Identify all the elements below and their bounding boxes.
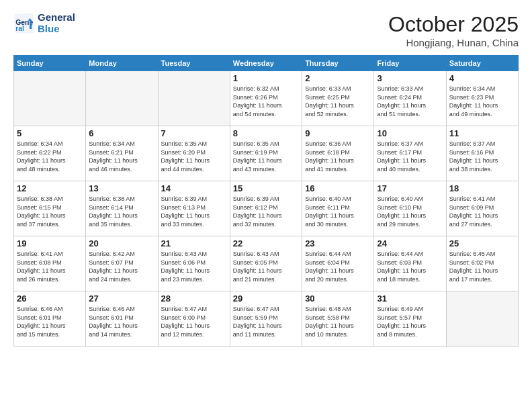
day-number: 24 bbox=[377, 238, 443, 248]
day-number: 21 bbox=[161, 238, 227, 248]
calendar-cell: 3Sunrise: 6:33 AM Sunset: 6:24 PM Daylig… bbox=[374, 71, 446, 126]
cell-info: Sunrise: 6:47 AM Sunset: 5:59 PM Dayligh… bbox=[233, 305, 299, 338]
cell-info: Sunrise: 6:43 AM Sunset: 6:05 PM Dayligh… bbox=[233, 250, 299, 283]
cell-info: Sunrise: 6:39 AM Sunset: 6:13 PM Dayligh… bbox=[161, 195, 227, 228]
day-number: 7 bbox=[161, 128, 227, 138]
calendar-cell: 26Sunrise: 6:46 AM Sunset: 6:01 PM Dayli… bbox=[14, 291, 86, 347]
day-number: 8 bbox=[233, 128, 299, 138]
page: Gene ral General Blue October 2025 Hongj… bbox=[0, 0, 532, 411]
day-header-thursday: Thursday bbox=[302, 56, 374, 71]
location: Hongjiang, Hunan, China bbox=[388, 37, 519, 48]
day-header-sunday: Sunday bbox=[14, 56, 86, 71]
day-number: 22 bbox=[233, 238, 299, 248]
cell-info: Sunrise: 6:47 AM Sunset: 6:00 PM Dayligh… bbox=[161, 305, 227, 338]
logo-line2: Blue bbox=[38, 24, 75, 35]
cell-info: Sunrise: 6:33 AM Sunset: 6:24 PM Dayligh… bbox=[377, 85, 443, 118]
calendar-cell: 6Sunrise: 6:34 AM Sunset: 6:21 PM Daylig… bbox=[86, 126, 158, 181]
calendar-cell bbox=[158, 71, 230, 126]
day-number: 30 bbox=[305, 293, 371, 304]
calendar-cell bbox=[86, 71, 158, 126]
calendar-cell: 12Sunrise: 6:38 AM Sunset: 6:15 PM Dayli… bbox=[14, 181, 86, 236]
calendar-cell: 13Sunrise: 6:38 AM Sunset: 6:14 PM Dayli… bbox=[86, 181, 158, 236]
day-header-wednesday: Wednesday bbox=[230, 56, 302, 71]
calendar-cell: 10Sunrise: 6:37 AM Sunset: 6:17 PM Dayli… bbox=[374, 126, 446, 181]
calendar-cell: 20Sunrise: 6:42 AM Sunset: 6:07 PM Dayli… bbox=[86, 236, 158, 291]
day-number: 6 bbox=[89, 128, 154, 138]
day-number: 31 bbox=[377, 293, 443, 304]
cell-info: Sunrise: 6:48 AM Sunset: 5:58 PM Dayligh… bbox=[305, 305, 371, 338]
cell-info: Sunrise: 6:49 AM Sunset: 5:57 PM Dayligh… bbox=[377, 305, 443, 338]
day-number: 20 bbox=[89, 238, 154, 248]
cell-info: Sunrise: 6:45 AM Sunset: 6:02 PM Dayligh… bbox=[449, 250, 515, 283]
day-number: 1 bbox=[233, 73, 299, 83]
cell-info: Sunrise: 6:34 AM Sunset: 6:21 PM Dayligh… bbox=[89, 140, 154, 173]
calendar-cell: 28Sunrise: 6:47 AM Sunset: 6:00 PM Dayli… bbox=[158, 291, 230, 347]
cell-info: Sunrise: 6:32 AM Sunset: 6:26 PM Dayligh… bbox=[233, 85, 299, 118]
day-header-friday: Friday bbox=[374, 56, 446, 71]
day-number: 11 bbox=[449, 128, 515, 138]
day-number: 16 bbox=[305, 183, 371, 193]
day-number: 23 bbox=[305, 238, 371, 248]
cell-info: Sunrise: 6:34 AM Sunset: 6:22 PM Dayligh… bbox=[17, 140, 83, 173]
day-number: 2 bbox=[305, 73, 371, 83]
calendar-cell: 5Sunrise: 6:34 AM Sunset: 6:22 PM Daylig… bbox=[14, 126, 86, 181]
calendar-cell bbox=[14, 71, 86, 126]
calendar-cell: 2Sunrise: 6:33 AM Sunset: 6:25 PM Daylig… bbox=[302, 71, 374, 126]
day-header-saturday: Saturday bbox=[446, 56, 518, 71]
cell-info: Sunrise: 6:40 AM Sunset: 6:11 PM Dayligh… bbox=[305, 195, 371, 228]
cell-info: Sunrise: 6:38 AM Sunset: 6:14 PM Dayligh… bbox=[89, 195, 154, 228]
cell-info: Sunrise: 6:33 AM Sunset: 6:25 PM Dayligh… bbox=[305, 85, 371, 118]
day-header-tuesday: Tuesday bbox=[158, 56, 230, 71]
day-number: 12 bbox=[17, 183, 83, 193]
calendar-cell: 21Sunrise: 6:43 AM Sunset: 6:06 PM Dayli… bbox=[158, 236, 230, 291]
day-number: 13 bbox=[89, 183, 154, 193]
day-number: 10 bbox=[377, 128, 443, 138]
calendar-cell: 9Sunrise: 6:36 AM Sunset: 6:18 PM Daylig… bbox=[302, 126, 374, 181]
day-number: 25 bbox=[449, 238, 515, 248]
day-number: 14 bbox=[161, 183, 227, 193]
calendar-cell: 14Sunrise: 6:39 AM Sunset: 6:13 PM Dayli… bbox=[158, 181, 230, 236]
svg-text:ral: ral bbox=[15, 25, 24, 32]
calendar-cell: 7Sunrise: 6:35 AM Sunset: 6:20 PM Daylig… bbox=[158, 126, 230, 181]
day-number: 4 bbox=[449, 73, 515, 83]
cell-info: Sunrise: 6:37 AM Sunset: 6:16 PM Dayligh… bbox=[449, 140, 515, 173]
calendar-cell: 30Sunrise: 6:48 AM Sunset: 5:58 PM Dayli… bbox=[302, 291, 374, 347]
calendar-cell: 29Sunrise: 6:47 AM Sunset: 5:59 PM Dayli… bbox=[230, 291, 302, 347]
calendar-week-3: 12Sunrise: 6:38 AM Sunset: 6:15 PM Dayli… bbox=[14, 181, 519, 236]
logo-line1: General bbox=[38, 12, 75, 24]
title-block: October 2025 Hongjiang, Hunan, China bbox=[388, 12, 519, 48]
day-number: 19 bbox=[17, 238, 83, 248]
cell-info: Sunrise: 6:36 AM Sunset: 6:18 PM Dayligh… bbox=[305, 140, 371, 173]
calendar-cell: 17Sunrise: 6:40 AM Sunset: 6:10 PM Dayli… bbox=[374, 181, 446, 236]
calendar-cell: 16Sunrise: 6:40 AM Sunset: 6:11 PM Dayli… bbox=[302, 181, 374, 236]
cell-info: Sunrise: 6:35 AM Sunset: 6:20 PM Dayligh… bbox=[161, 140, 227, 173]
calendar-cell: 22Sunrise: 6:43 AM Sunset: 6:05 PM Dayli… bbox=[230, 236, 302, 291]
cell-info: Sunrise: 6:41 AM Sunset: 6:08 PM Dayligh… bbox=[17, 250, 83, 283]
logo: Gene ral General Blue bbox=[13, 12, 75, 34]
cell-info: Sunrise: 6:43 AM Sunset: 6:06 PM Dayligh… bbox=[161, 250, 227, 283]
day-number: 29 bbox=[233, 293, 299, 304]
calendar-cell: 1Sunrise: 6:32 AM Sunset: 6:26 PM Daylig… bbox=[230, 71, 302, 126]
cell-info: Sunrise: 6:42 AM Sunset: 6:07 PM Dayligh… bbox=[89, 250, 154, 283]
calendar-week-4: 19Sunrise: 6:41 AM Sunset: 6:08 PM Dayli… bbox=[14, 236, 519, 291]
calendar-cell: 4Sunrise: 6:34 AM Sunset: 6:23 PM Daylig… bbox=[446, 71, 518, 126]
cell-info: Sunrise: 6:37 AM Sunset: 6:17 PM Dayligh… bbox=[377, 140, 443, 173]
logo-icon: Gene ral bbox=[13, 13, 35, 34]
calendar-week-5: 26Sunrise: 6:46 AM Sunset: 6:01 PM Dayli… bbox=[14, 291, 519, 347]
cell-info: Sunrise: 6:34 AM Sunset: 6:23 PM Dayligh… bbox=[449, 85, 515, 118]
day-number: 5 bbox=[17, 128, 83, 138]
cell-info: Sunrise: 6:46 AM Sunset: 6:01 PM Dayligh… bbox=[89, 305, 154, 338]
calendar-cell: 8Sunrise: 6:35 AM Sunset: 6:19 PM Daylig… bbox=[230, 126, 302, 181]
calendar-week-2: 5Sunrise: 6:34 AM Sunset: 6:22 PM Daylig… bbox=[14, 126, 519, 181]
calendar-table: SundayMondayTuesdayWednesdayThursdayFrid… bbox=[13, 55, 519, 347]
calendar-cell: 25Sunrise: 6:45 AM Sunset: 6:02 PM Dayli… bbox=[446, 236, 518, 291]
day-number: 9 bbox=[305, 128, 371, 138]
day-number: 18 bbox=[449, 183, 515, 193]
cell-info: Sunrise: 6:46 AM Sunset: 6:01 PM Dayligh… bbox=[17, 305, 83, 338]
day-header-monday: Monday bbox=[86, 56, 158, 71]
calendar-cell: 19Sunrise: 6:41 AM Sunset: 6:08 PM Dayli… bbox=[14, 236, 86, 291]
calendar-header-row: SundayMondayTuesdayWednesdayThursdayFrid… bbox=[14, 56, 519, 71]
calendar-cell: 15Sunrise: 6:39 AM Sunset: 6:12 PM Dayli… bbox=[230, 181, 302, 236]
calendar-cell: 18Sunrise: 6:41 AM Sunset: 6:09 PM Dayli… bbox=[446, 181, 518, 236]
day-number: 15 bbox=[233, 183, 299, 193]
